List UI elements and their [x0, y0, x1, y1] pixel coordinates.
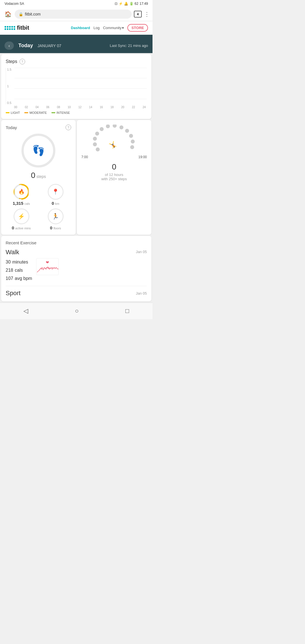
chart-legend: LIGHT MODERATE INTENSE: [6, 111, 147, 114]
chart-y-labels: 1.5 1 0.5: [6, 68, 12, 105]
nav-community[interactable]: Community ▾: [103, 26, 124, 30]
logo-text: fitbit: [17, 25, 29, 31]
walk-bpm: 107 avg bpm: [6, 275, 33, 283]
legend-intense: INTENSE: [51, 111, 70, 114]
walk-bpm-label: avg bpm: [15, 276, 32, 281]
hours-count: 0: [81, 162, 147, 171]
time: 17:49: [140, 2, 148, 6]
stairs-icon: 🏃: [52, 213, 59, 220]
walk-cals-label: cals: [15, 268, 23, 273]
logo-dot: [11, 26, 13, 28]
hr-sparkline: [37, 262, 58, 274]
y-label-mid: 1: [7, 84, 11, 88]
exercise-item-sport[interactable]: Sport Jan 05: [6, 287, 147, 297]
back-button[interactable]: ‹: [5, 42, 14, 50]
nav-dashboard[interactable]: Dashboard: [71, 26, 90, 30]
active-mins-stat[interactable]: ⚡ 0 active mins: [6, 208, 37, 230]
active-mins-unit: active mins: [15, 227, 31, 230]
main-grid: Today ? 👣 0 steps 🔥 1,315 cals: [1, 120, 151, 235]
exercise-name-walk: Walk: [6, 249, 19, 256]
home-nav-button[interactable]: ○: [68, 306, 85, 316]
steps-circle[interactable]: 👣: [21, 134, 55, 167]
status-bar: Vodacom SA ⊡ ⚡ 🔔 🔋 62 17:49: [0, 0, 152, 7]
x-label: 24: [143, 106, 146, 109]
steps-label: Steps: [6, 59, 17, 64]
floors-unit: floors: [53, 227, 61, 230]
recents-nav-button[interactable]: □: [119, 306, 136, 316]
back-nav-button[interactable]: ◁: [17, 306, 35, 316]
distance-circle: 📍: [48, 184, 64, 200]
bottom-nav: ◁ ○ □: [0, 303, 152, 319]
exercise-stats-walk: 30 minutes 218 cals 107 avg bpm ❤: [6, 258, 147, 282]
mini-stats: 🔥 1,315 cals 📍 0 km ⚡: [6, 184, 71, 230]
hours-sub: with 250+ steps: [81, 177, 147, 181]
sync-info: Last Sync: 21 mins ago: [110, 43, 148, 48]
date-title: Today: [18, 43, 33, 49]
nav-indicator: [45, 35, 51, 38]
fitbit-logo: fitbit: [5, 25, 29, 31]
hours-card: 🤸 7:00 19:00 0 of 12 hours with 250+ ste…: [77, 120, 151, 235]
today-help-icon[interactable]: ?: [66, 125, 71, 130]
distance-icon: 📍: [52, 188, 59, 195]
exercise-title: Recent Exercise: [6, 240, 147, 245]
arc-svg: 🤸: [81, 125, 147, 153]
logo-dot: [14, 26, 15, 28]
chevron-left-icon: ‹: [8, 43, 10, 48]
active-mins-circle: ⚡: [14, 208, 29, 224]
x-label: 18: [110, 106, 114, 109]
arc-dot: [113, 125, 117, 128]
steps-help-icon[interactable]: ?: [19, 59, 25, 64]
active-mins-value-row: 0 active mins: [12, 225, 31, 230]
battery-level: 62: [135, 2, 138, 6]
date-sub: JANUARY 07: [38, 43, 61, 48]
exercise-row-walk: Walk Jan 05: [6, 249, 147, 256]
exercise-details-walk: 30 minutes 218 cals 107 avg bpm: [6, 258, 33, 282]
arc-times: 7:00 19:00: [81, 155, 147, 159]
logo-dot: [9, 28, 11, 30]
logo-dot: [7, 26, 8, 28]
logo-dot: [5, 26, 6, 28]
walk-name: Walk: [6, 249, 19, 256]
lightning-icon: ⚡: [18, 213, 25, 220]
x-label: 14: [89, 106, 92, 109]
cals-icon: 🔥: [15, 185, 28, 198]
arc-dot: [130, 145, 134, 149]
distance-stat[interactable]: 📍 0 km: [40, 184, 71, 206]
url-bar[interactable]: 🔒 fitbit.com: [15, 10, 132, 19]
arc-dot: [125, 129, 129, 133]
chevron-down-icon: ▾: [122, 26, 124, 30]
floors-stat[interactable]: 🏃 0 floors: [40, 208, 71, 230]
legend-dot-intense: [51, 112, 55, 113]
alarm-icon: 🔔: [124, 2, 128, 6]
nav-log[interactable]: Log: [93, 26, 100, 30]
walk-minutes-label: minutes: [12, 260, 28, 264]
logo-dots: [5, 26, 15, 30]
tab-switcher[interactable]: 4: [134, 11, 142, 18]
today-card-header: Today ?: [6, 125, 71, 130]
arc-start-time: 7:00: [81, 155, 88, 159]
cals-stat[interactable]: 🔥 1,315 cals: [6, 184, 37, 206]
nav-links: Dashboard Log Community ▾ STORE: [34, 24, 148, 32]
arc-dot: [119, 125, 123, 129]
distance-value-row: 0 km: [52, 201, 59, 206]
cals-circle: 🔥: [14, 184, 29, 200]
sport-date: Jan 05: [136, 291, 147, 295]
exercise-item-walk[interactable]: Walk Jan 05 30 minutes 218 cals 107 avg …: [6, 249, 147, 286]
nav-store[interactable]: STORE: [127, 24, 148, 32]
arc-dot: [93, 137, 97, 141]
activity-figure-icon: 🤸: [108, 141, 117, 149]
legend-moderate: MODERATE: [24, 111, 47, 114]
arc-dot: [129, 134, 133, 138]
nav-bar: fitbit Dashboard Log Community ▾ STORE: [0, 21, 152, 35]
home-button[interactable]: 🏠: [3, 10, 12, 19]
date-header: ‹ Today JANUARY 07 Last Sync: 21 mins ag…: [0, 38, 152, 53]
browser-menu-button[interactable]: ⋮: [144, 11, 149, 18]
steps-label-text: steps: [36, 174, 46, 179]
steps-value: 0: [31, 171, 36, 180]
system-icons: ⊡ ⚡ 🔔 🔋 62 17:49: [115, 2, 148, 6]
arc-dot: [106, 125, 110, 128]
browser-bar: 🏠 🔒 fitbit.com 4 ⋮: [0, 7, 152, 21]
arc-end-time: 19:00: [138, 155, 147, 159]
cals-value: 1,315: [13, 201, 23, 206]
logo-dot: [5, 28, 6, 30]
